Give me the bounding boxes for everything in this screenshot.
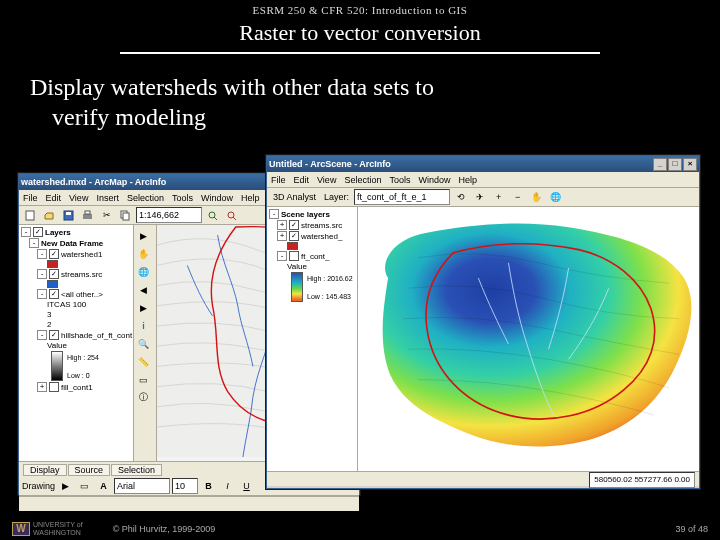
copy-icon[interactable] (117, 207, 134, 224)
full-extent-icon[interactable]: 🌐 (547, 189, 564, 206)
expand-icon[interactable]: + (37, 382, 47, 392)
fontsize-select[interactable]: 10 (172, 478, 198, 494)
toc-item[interactable]: watershed1 (61, 250, 102, 259)
bold-icon[interactable]: B (200, 478, 217, 495)
collapse-icon[interactable]: - (269, 209, 279, 219)
layer-select[interactable]: ft_cont_of_ft_e_1 (354, 189, 450, 205)
checkbox[interactable] (49, 269, 59, 279)
find-icon[interactable]: 🔍 (135, 335, 152, 352)
open-icon[interactable] (41, 207, 58, 224)
menu-item[interactable]: View (69, 193, 88, 203)
arcscene-3d-view[interactable] (358, 207, 699, 471)
checkbox[interactable] (49, 249, 59, 259)
analyst-label[interactable]: 3D Analyst (270, 192, 319, 202)
close-button[interactable]: × (683, 158, 697, 171)
checkbox[interactable] (49, 382, 59, 392)
zoom-in-icon[interactable] (204, 207, 221, 224)
collapse-icon[interactable]: - (29, 238, 39, 248)
pointer-icon[interactable]: ▶ (57, 478, 74, 495)
arcscene-window: Untitled - ArcScene - ArcInfo _ □ × File… (266, 155, 700, 489)
info-icon[interactable]: ⓘ (135, 389, 152, 406)
save-icon[interactable] (60, 207, 77, 224)
svg-rect-6 (123, 213, 129, 220)
gradient-swatch (291, 272, 303, 302)
checkbox[interactable] (49, 289, 59, 299)
toc-item[interactable]: streams.src (61, 270, 102, 279)
checkbox[interactable] (33, 227, 43, 237)
rect-icon[interactable]: ▭ (76, 478, 93, 495)
menu-item[interactable]: Tools (172, 193, 193, 203)
measure-icon[interactable]: 📏 (135, 353, 152, 370)
zoom-in-icon[interactable]: + (490, 189, 507, 206)
menu-item[interactable]: Selection (127, 193, 164, 203)
arcscene-toolbar: 3D Analyst Layer: ft_cont_of_ft_e_1 ⟲ ✈ … (267, 188, 699, 207)
toc-item[interactable]: streams.src (301, 221, 342, 230)
collapse-icon[interactable]: - (21, 227, 31, 237)
pan-icon[interactable]: ✋ (135, 245, 152, 262)
menu-item[interactable]: Insert (96, 193, 119, 203)
font-select[interactable]: Arial (114, 478, 170, 494)
menu-item[interactable]: View (317, 175, 336, 185)
menu-item[interactable]: Selection (344, 175, 381, 185)
print-icon[interactable] (79, 207, 96, 224)
menu-item[interactable]: Window (201, 193, 233, 203)
pan-icon[interactable]: ✋ (528, 189, 545, 206)
collapse-icon[interactable]: - (277, 251, 287, 261)
svg-line-10 (233, 217, 236, 220)
minimize-button[interactable]: _ (653, 158, 667, 171)
scale-input[interactable]: 1:146,662 (136, 207, 202, 223)
checkbox[interactable] (289, 251, 299, 261)
toc-item[interactable]: ft_cont_ (301, 252, 329, 261)
menu-item[interactable]: Tools (389, 175, 410, 185)
toc-value: Value (47, 341, 67, 350)
collapse-icon[interactable]: - (37, 289, 47, 299)
toc-item[interactable]: <all other..> (61, 290, 103, 299)
menu-item[interactable]: File (271, 175, 286, 185)
italic-icon[interactable]: I (219, 478, 236, 495)
svg-rect-2 (66, 212, 71, 215)
text-icon[interactable]: A (95, 478, 112, 495)
underline-icon[interactable]: U (238, 478, 255, 495)
menu-item[interactable]: Edit (46, 193, 62, 203)
toc-item[interactable]: hillshade_of_ft_cont (61, 331, 132, 340)
checkbox[interactable] (289, 220, 299, 230)
menu-item[interactable]: Help (241, 193, 260, 203)
checkbox[interactable] (49, 330, 59, 340)
maximize-button[interactable]: □ (668, 158, 682, 171)
toc-low: Low : 0 (67, 372, 90, 379)
layer-label: Layer: (321, 192, 352, 202)
zoom-next-icon[interactable]: ▶ (135, 299, 152, 316)
toc-low: Low : 145.483 (307, 293, 351, 300)
navigate-icon[interactable]: ⟲ (452, 189, 469, 206)
zoom-out-icon[interactable] (223, 207, 240, 224)
frame-label: New Data Frame (41, 239, 103, 248)
identify-icon[interactable]: i (135, 317, 152, 334)
fly-icon[interactable]: ✈ (471, 189, 488, 206)
zoom-prev-icon[interactable]: ◀ (135, 281, 152, 298)
tab-source[interactable]: Source (68, 464, 111, 476)
select-icon[interactable]: ▭ (135, 371, 152, 388)
zoom-full-icon[interactable]: 🌐 (135, 263, 152, 280)
zoom-out-icon[interactable]: − (509, 189, 526, 206)
collapse-icon[interactable]: - (37, 330, 47, 340)
coord-readout: 580560.02 557277.66 0.00 (589, 472, 695, 488)
expand-icon[interactable]: + (277, 220, 287, 230)
collapse-icon[interactable]: - (37, 269, 47, 279)
tab-display[interactable]: Display (23, 464, 67, 476)
arcmap-statusbar (19, 496, 359, 511)
menu-item[interactable]: Window (418, 175, 450, 185)
tab-selection[interactable]: Selection (111, 464, 162, 476)
menu-item[interactable]: File (23, 193, 38, 203)
page-number: 39 of 48 (675, 524, 708, 534)
cut-icon[interactable]: ✂ (98, 207, 115, 224)
checkbox[interactable] (289, 231, 299, 241)
arcscene-titlebar: Untitled - ArcScene - ArcInfo _ □ × (267, 156, 699, 172)
new-icon[interactable] (22, 207, 39, 224)
pointer-icon[interactable]: ▶ (135, 227, 152, 244)
expand-icon[interactable]: + (277, 231, 287, 241)
toc-item[interactable]: watershed_ (301, 232, 342, 241)
collapse-icon[interactable]: - (37, 249, 47, 259)
toc-item[interactable]: fill_cont1 (61, 383, 93, 392)
menu-item[interactable]: Help (458, 175, 477, 185)
menu-item[interactable]: Edit (294, 175, 310, 185)
